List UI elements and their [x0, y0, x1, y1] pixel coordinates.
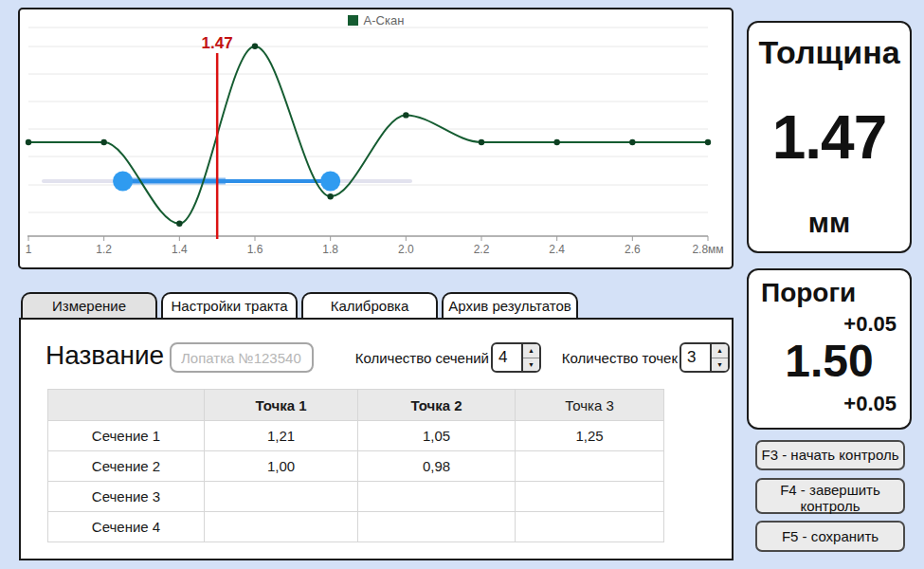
- thresholds-title: Пороги: [761, 278, 856, 308]
- data-point: [327, 193, 333, 199]
- thickness-panel: Толщина 1.47 мм: [747, 21, 912, 253]
- measurement-cell: 1,05: [358, 421, 516, 451]
- save-button[interactable]: F5 - сохранить: [755, 521, 905, 552]
- finish-control-button[interactable]: F4 - завершить контроль: [755, 478, 905, 514]
- axis-tick-label: 1.8: [322, 243, 338, 256]
- table-header-row: Точка 1Точка 2Точка 3: [48, 390, 664, 421]
- legend-label: А-Скан: [364, 13, 405, 28]
- sections-count-label: Количество сечений: [351, 350, 489, 366]
- tab-bar: ИзмерениеНастройки трактаКалибровкаАрхив…: [21, 292, 578, 318]
- data-point: [629, 139, 635, 145]
- measurement-cell: 1,00: [205, 451, 358, 482]
- thickness-unit: мм: [749, 207, 910, 239]
- name-input[interactable]: [170, 342, 314, 373]
- measurement-cell: [358, 512, 516, 542]
- a-scan-series: [28, 46, 708, 224]
- column-header: Точка 1: [205, 390, 358, 421]
- axis-tick-label: 2.0: [398, 243, 414, 256]
- data-point: [252, 44, 258, 49]
- row-label: Сечение 3: [48, 482, 205, 512]
- tab-2[interactable]: Настройки тракта: [161, 292, 298, 318]
- data-point: [176, 221, 182, 227]
- tab-1[interactable]: Измерение: [21, 292, 157, 318]
- measurement-cell: [516, 512, 664, 542]
- legend-swatch-icon: [348, 15, 358, 26]
- points-increment-button[interactable]: ▲: [712, 344, 728, 358]
- axis-tick-label: 2.6: [625, 243, 641, 256]
- sections-count-value[interactable]: 4: [493, 344, 521, 371]
- table-row: Сечение 21,000,98: [48, 451, 664, 482]
- tab-4[interactable]: Архив результатов: [442, 292, 578, 318]
- row-label: Сечение 2: [48, 451, 205, 482]
- axis-tick-label: 2.4: [549, 243, 565, 256]
- chart-legend: А-Скан: [20, 13, 732, 28]
- data-point: [553, 139, 559, 145]
- name-label: Название: [45, 340, 164, 371]
- points-decrement-button[interactable]: ▼: [712, 358, 728, 372]
- measurement-cell: [205, 482, 358, 512]
- measurement-cell: [205, 512, 358, 542]
- data-point: [26, 139, 31, 145]
- data-point: [479, 139, 484, 145]
- table-row: Сечение 11,211,051,25: [48, 421, 664, 451]
- gate-handle-left[interactable]: [113, 172, 133, 192]
- points-count-label: Количество точек: [554, 350, 678, 366]
- measurement-panel: Название Количество сечений 4 ▲ ▼ Количе…: [19, 318, 734, 560]
- data-point: [100, 139, 106, 145]
- column-header: Точка 2: [358, 390, 516, 421]
- measurement-cell: [516, 482, 664, 512]
- sections-increment-button[interactable]: ▲: [523, 344, 539, 358]
- axis-tick-label: 2.2: [474, 243, 490, 256]
- measurement-cell: 0,98: [358, 451, 516, 482]
- thresholds-panel: Пороги +0.05 1.50 +0.05: [747, 268, 912, 430]
- points-spinner-buttons: ▲ ▼: [710, 344, 728, 371]
- data-point: [403, 112, 408, 118]
- row-label: Сечение 1: [48, 421, 205, 451]
- gate-handle-right[interactable]: [320, 172, 340, 192]
- measurement-cell: [358, 482, 516, 512]
- data-point: [705, 139, 711, 145]
- sections-count-spinner: 4 ▲ ▼: [491, 342, 541, 373]
- table-row: Сечение 3: [48, 482, 664, 512]
- sections-decrement-button[interactable]: ▼: [523, 358, 539, 372]
- axis-tick-label: 1.6: [247, 243, 263, 256]
- axis-tick-label: 1: [26, 243, 32, 256]
- tab-3[interactable]: Калибровка: [301, 292, 438, 318]
- threshold-lower-value: +0.05: [843, 392, 897, 416]
- table-corner-cell: [48, 390, 205, 421]
- results-table: Точка 1Точка 2Точка 3Сечение 11,211,051,…: [47, 389, 664, 542]
- threshold-nominal-value: 1.50: [749, 335, 910, 387]
- thickness-value: 1.47: [749, 102, 910, 173]
- measurement-cell: 1,21: [205, 421, 358, 451]
- start-control-button[interactable]: F3 - начать контроль: [755, 440, 905, 470]
- sections-spinner-buttons: ▲ ▼: [521, 344, 539, 371]
- table-row: Сечение 4: [48, 512, 664, 542]
- axis-tick-label: 1.4: [172, 243, 188, 256]
- thickness-title: Толщина: [749, 34, 910, 71]
- axis-tick-label: 1.2: [96, 243, 112, 256]
- points-count-value[interactable]: 3: [681, 344, 710, 371]
- threshold-upper-value: +0.05: [843, 312, 897, 337]
- a-scan-chart-panel: 11.21.41.61.82.02.22.42.62.8мм1.47 А-Ска…: [18, 8, 734, 269]
- row-label: Сечение 4: [48, 512, 205, 542]
- axis-tick-label: 2.8мм: [692, 243, 723, 256]
- measurement-cell: 1,25: [516, 421, 664, 451]
- cursor-value-label: 1.47: [202, 34, 233, 52]
- column-header: Точка 3: [516, 390, 664, 421]
- points-count-spinner: 3 ▲ ▼: [679, 342, 730, 373]
- measurement-cell: [516, 451, 664, 482]
- a-scan-chart: 11.21.41.61.82.02.22.42.62.8мм1.47: [20, 9, 732, 267]
